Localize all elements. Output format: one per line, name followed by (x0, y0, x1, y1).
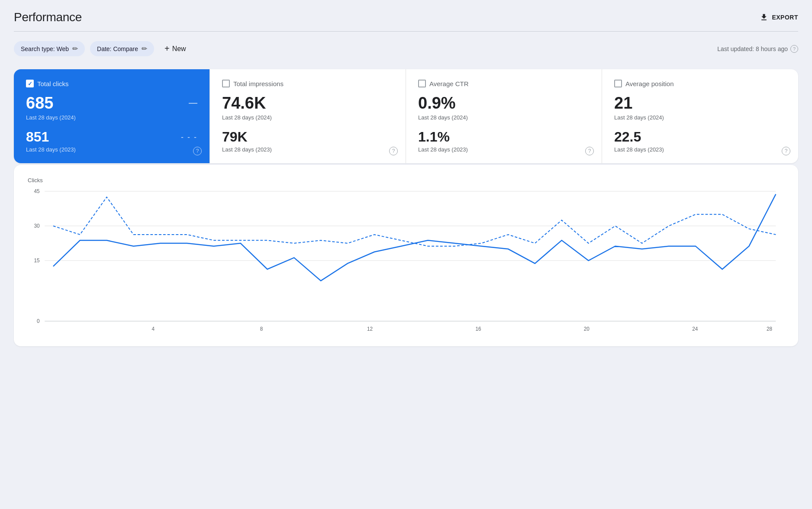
search-type-edit-icon: ✏ (72, 45, 78, 53)
impressions-help-icon[interactable]: ? (389, 147, 398, 155)
last-updated-text: Last updated: 8 hours ago (717, 45, 788, 52)
metric-checkbox-ctr (418, 80, 426, 87)
impressions-value-primary: 74.6K (222, 94, 393, 113)
metric-secondary-value-clicks: 851 Last 28 days (2023) (26, 129, 76, 153)
x-tick-8: 8 (260, 326, 263, 332)
metric-total-clicks[interactable]: Total clicks 685 Last 28 days (2024) — 8… (14, 69, 210, 163)
chart-dashed-line (53, 197, 776, 246)
x-tick-20: 20 (584, 326, 590, 332)
date-filter[interactable]: Date: Compare ✏ (90, 41, 154, 56)
metrics-container: Total clicks 685 Last 28 days (2024) — 8… (14, 69, 798, 163)
last-updated: Last updated: 8 hours ago ? (717, 45, 798, 53)
clicks-indicator-primary: — (189, 98, 197, 108)
search-type-label: Search type: Web (21, 45, 69, 52)
clicks-indicator-secondary: - - - (181, 133, 197, 142)
plus-icon: + (164, 44, 170, 54)
x-tick-28: 28 (767, 326, 772, 332)
metric-average-ctr[interactable]: Average CTR 0.9% Last 28 days (2024) 1.1… (406, 69, 602, 163)
metric-row-secondary-clicks: 851 Last 28 days (2023) - - - (26, 129, 197, 153)
clicks-period-secondary: Last 28 days (2023) (26, 146, 76, 153)
y-tick-45: 45 (34, 188, 39, 194)
chart-y-label: Clicks (28, 177, 784, 184)
impressions-period-primary: Last 28 days (2024) (222, 114, 393, 121)
metric-header-clicks: Total clicks (26, 80, 197, 87)
export-button[interactable]: EXPORT (760, 13, 798, 22)
position-help-icon[interactable]: ? (782, 147, 790, 155)
metric-header-ctr: Average CTR (418, 80, 590, 87)
position-period-secondary: Last 28 days (2023) (614, 146, 786, 153)
ctr-period-primary: Last 28 days (2024) (418, 114, 590, 121)
header-divider (14, 31, 798, 32)
x-tick-4: 4 (151, 326, 155, 332)
position-period-primary: Last 28 days (2024) (614, 114, 786, 121)
clicks-period-primary: Last 28 days (2024) (26, 114, 76, 121)
metric-header-impressions: Total impressions (222, 80, 393, 87)
ctr-value-primary: 0.9% (418, 94, 590, 113)
metric-checkbox-impressions (222, 80, 230, 87)
metric-label-impressions: Total impressions (233, 80, 284, 87)
metric-label-position: Average position (625, 80, 673, 87)
date-edit-icon: ✏ (142, 45, 147, 53)
impressions-period-secondary: Last 28 days (2023) (222, 146, 393, 153)
clicks-help-icon[interactable]: ? (193, 147, 202, 155)
metric-total-impressions[interactable]: Total impressions 74.6K Last 28 days (20… (210, 69, 406, 163)
metric-primary-value-clicks: 685 Last 28 days (2024) (26, 94, 76, 129)
y-tick-0: 0 (37, 318, 40, 324)
clicks-value-primary: 685 (26, 94, 76, 113)
position-value-primary: 21 (614, 94, 786, 113)
date-label: Date: Compare (97, 45, 138, 52)
page: Performance EXPORT Search type: Web ✏ Da… (0, 0, 812, 509)
y-tick-30: 30 (34, 223, 39, 229)
export-icon (760, 13, 768, 22)
metric-header-position: Average position (614, 80, 786, 87)
page-title: Performance (14, 10, 82, 24)
metric-checkbox-clicks (26, 80, 34, 87)
metric-row-primary-clicks: 685 Last 28 days (2024) — (26, 94, 197, 129)
x-tick-24: 24 (692, 326, 698, 332)
search-type-filter[interactable]: Search type: Web ✏ (14, 41, 85, 56)
export-label: EXPORT (772, 14, 798, 21)
metric-label-clicks: Total clicks (37, 80, 69, 87)
chart-svg-wrapper: 45 30 15 0 4 8 12 16 20 24 28 (28, 187, 784, 336)
x-tick-16: 16 (475, 326, 481, 332)
metric-average-position[interactable]: Average position 21 Last 28 days (2024) … (602, 69, 798, 163)
new-label: New (172, 45, 186, 53)
new-button[interactable]: + New (159, 40, 191, 57)
position-value-secondary: 22.5 (614, 129, 786, 145)
clicks-value-secondary: 851 (26, 129, 76, 145)
x-tick-12: 12 (367, 326, 373, 332)
chart-svg: 45 30 15 0 4 8 12 16 20 24 28 (28, 187, 784, 334)
ctr-help-icon[interactable]: ? (585, 147, 594, 155)
y-tick-15: 15 (34, 258, 39, 264)
metric-checkbox-position (614, 80, 622, 87)
impressions-value-secondary: 79K (222, 129, 393, 145)
ctr-period-secondary: Last 28 days (2023) (418, 146, 590, 153)
ctr-value-secondary: 1.1% (418, 129, 590, 145)
header: Performance EXPORT (14, 10, 798, 24)
chart-solid-line (53, 194, 776, 281)
metric-label-ctr: Average CTR (429, 80, 469, 87)
chart-container: Clicks 45 30 15 0 4 8 12 16 20 24 2 (14, 165, 798, 346)
last-updated-help-icon[interactable]: ? (790, 45, 798, 53)
toolbar: Search type: Web ✏ Date: Compare ✏ + New… (14, 40, 798, 57)
